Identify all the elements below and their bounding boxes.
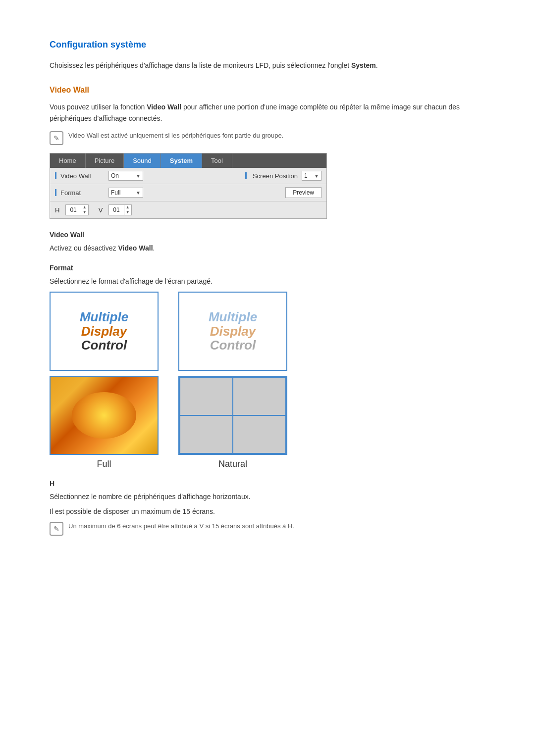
vw-sub-desc-suffix: . — [153, 244, 155, 252]
intro-paragraph: Choisissez les périphériques d'affichage… — [50, 60, 485, 71]
tab-tool[interactable]: Tool — [202, 153, 232, 168]
tab-home[interactable]: Home — [50, 153, 86, 168]
v-arrow-down[interactable]: ▼ — [124, 210, 131, 215]
tab-picture[interactable]: Picture — [86, 153, 124, 168]
h-sub-section: H Sélectionnez le nombre de périphérique… — [50, 479, 485, 536]
ui-tabs: Home Picture Sound System Tool — [50, 153, 326, 168]
format-sub-section: Format Sélectionnez le format d'affichag… — [50, 264, 485, 469]
h-stepper[interactable]: 01 ▲ ▼ — [65, 204, 88, 215]
video-wall-sub-title: Video Wall — [50, 231, 485, 239]
h-label: H — [55, 206, 59, 214]
format-sub-title: Format — [50, 264, 485, 272]
page-title: Configuration système — [50, 40, 485, 50]
note-box-1: ✎ Video Wall est activé uniquement si le… — [50, 131, 485, 145]
h-arrow-down[interactable]: ▼ — [81, 210, 88, 215]
v-stepper-value: 01 — [109, 205, 123, 214]
tab-system[interactable]: System — [161, 153, 202, 168]
note-icon-2: ✎ — [50, 522, 63, 536]
note-icon-1: ✎ — [50, 131, 63, 145]
flower-cell-4 — [233, 416, 285, 453]
flower-cell-2 — [233, 378, 285, 415]
video-wall-sub-desc: Activez ou désactivez Video Wall. — [50, 243, 485, 253]
preview-button[interactable]: Preview — [285, 187, 321, 198]
screen-pos-select[interactable]: 1 ▼ — [302, 171, 321, 181]
format-select[interactable]: Full ▼ — [108, 188, 143, 198]
intro-text-suffix: . — [376, 61, 378, 69]
v-stepper[interactable]: 01 ▲ ▼ — [108, 204, 131, 215]
format-row-flower: Full Natural — [50, 376, 485, 469]
ui-row-videowall: Video Wall On ▼ Screen Position 1 ▼ — [50, 168, 326, 184]
vw-desc-prefix: Vous pouvez utiliser la fonction — [50, 103, 147, 111]
format-box-natural-flower — [178, 376, 287, 455]
vw-select-arrow: ▼ — [136, 173, 141, 179]
vw-desc-bold: Video Wall — [147, 103, 181, 111]
note-text-1: Video Wall est activé uniquement si les … — [68, 131, 283, 141]
note-box-2: ✎ Un maximum de 6 écrans peut être attri… — [50, 521, 485, 536]
format-item-natural-flower: Natural — [178, 376, 287, 469]
screen-pos-value: 1 — [304, 172, 308, 179]
vw-sub-desc: Activez ou désactivez — [50, 244, 118, 252]
h-stepper-value: 01 — [66, 205, 80, 214]
ui-body: Video Wall On ▼ Screen Position 1 ▼ Form… — [50, 168, 326, 218]
intro-text-prefix: Choisissez les périphériques d'affichage… — [50, 61, 351, 69]
mdc-line2-natural: Display — [209, 324, 257, 339]
format-select-value: Full — [111, 189, 120, 196]
format-row-text: Multiple Display Control Multiple Displa… — [50, 292, 485, 371]
flower-cell-1 — [180, 378, 232, 415]
flower-cell-3 — [180, 416, 232, 453]
bar-indicator-1 — [55, 172, 56, 179]
ui-row-format: Format Full ▼ Preview — [50, 184, 326, 202]
screen-pos-label: Screen Position — [253, 172, 298, 180]
format-label-natural: Natural — [218, 459, 247, 469]
h-arrow-up[interactable]: ▲ — [81, 205, 88, 210]
h-sub-desc1: Sélectionnez le nombre de périphériques … — [50, 491, 485, 502]
bar-indicator-3 — [55, 189, 56, 196]
format-row-label: Format — [55, 189, 105, 197]
format-sub-desc: Sélectionnez le format d'affichage de l'… — [50, 276, 485, 287]
format-item-natural-mdc: Multiple Display Control — [178, 292, 287, 371]
screen-pos-arrow: ▼ — [314, 173, 319, 179]
flower-full-image — [51, 377, 158, 454]
format-box-full-mdc: Multiple Display Control — [50, 292, 159, 371]
format-item-full-flower: Full — [50, 376, 159, 469]
vw-select[interactable]: On ▼ — [108, 171, 143, 181]
v-arrow-up[interactable]: ▲ — [124, 205, 131, 210]
vw-label-text: Video Wall — [60, 172, 91, 180]
format-box-full-flower — [50, 376, 159, 455]
h-stepper-arrows: ▲ ▼ — [81, 205, 88, 215]
v-label: V — [99, 206, 103, 214]
ui-row-hv: H 01 ▲ ▼ V 01 ▲ ▼ — [50, 202, 326, 218]
video-wall-desc: Vous pouvez utiliser la fonction Video W… — [50, 101, 485, 124]
vw-sub-desc-bold: Video Wall — [118, 244, 153, 252]
mdc-line1-natural: Multiple — [209, 310, 257, 324]
format-item-full-mdc: Multiple Display Control — [50, 292, 159, 371]
format-select-arrow: ▼ — [136, 190, 141, 196]
note-text-2: Un maximum de 6 écrans peut être attribu… — [68, 521, 294, 531]
format-images-section: Multiple Display Control Multiple Displa… — [50, 292, 485, 469]
h-sub-desc2: Il est possible de disposer un maximum d… — [50, 506, 485, 517]
h-sub-title: H — [50, 479, 485, 487]
vw-select-value: On — [111, 172, 119, 179]
format-label-text: Format — [60, 189, 81, 197]
format-box-natural-mdc: Multiple Display Control — [178, 292, 287, 371]
video-wall-sub-section: Video Wall Activez ou désactivez Video W… — [50, 231, 485, 253]
video-wall-section-title: Video Wall — [50, 86, 485, 95]
mdc-line3-natural: Control — [209, 338, 257, 353]
bar-indicator-2 — [245, 172, 247, 179]
ui-panel: Home Picture Sound System Tool Video Wal… — [50, 153, 327, 219]
mdc-text-natural: Multiple Display Control — [209, 310, 257, 353]
mdc-text-full: Multiple Display Control — [80, 310, 128, 353]
tab-sound[interactable]: Sound — [124, 153, 161, 168]
screen-position-group: Screen Position 1 ▼ — [245, 171, 321, 181]
intro-text-bold: System — [351, 61, 376, 69]
v-stepper-arrows: ▲ ▼ — [124, 205, 131, 215]
format-label-full: Full — [97, 459, 111, 469]
mdc-line1-full: Multiple — [80, 310, 128, 324]
vw-row-label: Video Wall — [55, 172, 105, 180]
mdc-line2-full: Display — [80, 324, 128, 339]
mdc-line3-full: Control — [80, 338, 128, 353]
